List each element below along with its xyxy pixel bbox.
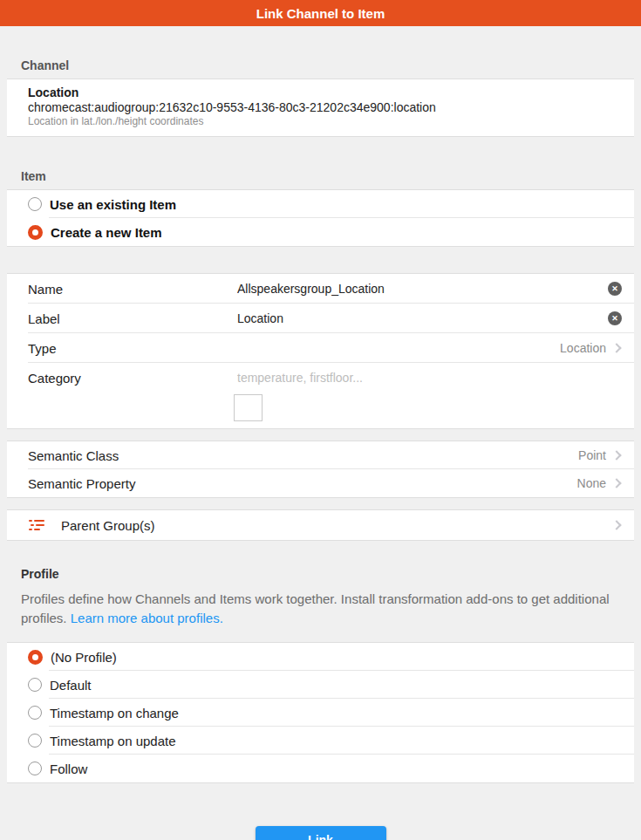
parent-groups-row[interactable]: Parent Group(s) [7,510,634,540]
semantic-property-row[interactable]: Semantic Property None [7,469,634,497]
type-value: Location [560,341,606,355]
label-label: Label [28,311,237,326]
radio-timestamp-on-update[interactable]: Timestamp on update [7,727,634,755]
profile-list: (No Profile) Default Timestamp on change… [7,642,634,783]
channel-name: Location [28,85,613,100]
item-section-title: Item [21,169,620,183]
profiles-doc-link[interactable]: Learn more about profiles. [71,611,223,625]
radio-unselected-icon[interactable] [28,197,42,211]
category-input[interactable] [237,371,622,385]
category-row: Category [7,363,634,428]
new-item-form: Name ✕ Label ✕ Type Location Category [7,273,634,429]
chevron-right-icon [611,450,621,460]
semantic-class-label: Semantic Class [28,448,237,463]
radio-label: Follow [50,761,87,776]
dialog-titlebar: Link Channel to Item [0,0,641,26]
name-row: Name ✕ [7,274,634,304]
channel-description: Location in lat./lon./height coordinates [28,115,613,128]
semantics-list: Semantic Class Point Semantic Property N… [7,440,634,498]
clear-label-icon[interactable]: ✕ [608,311,622,325]
radio-label: Timestamp on change [50,706,179,720]
radio-unselected-icon[interactable] [28,678,42,692]
parent-groups-card: Parent Group(s) [7,509,634,541]
radio-label: Timestamp on update [50,734,176,748]
radio-selected-icon[interactable] [28,650,43,665]
dialog-footer: Link [0,826,641,840]
parent-groups-label: Parent Group(s) [61,518,155,533]
chevron-right-icon [611,520,621,529]
dialog-title: Link Channel to Item [256,6,385,21]
name-label: Name [28,282,237,297]
type-row[interactable]: Type Location [7,333,634,363]
label-row: Label ✕ [7,304,634,333]
label-input[interactable] [237,311,608,325]
clear-name-icon[interactable]: ✕ [608,282,622,296]
radio-unselected-icon[interactable] [28,761,42,775]
radio-unselected-icon[interactable] [28,706,42,720]
list-indent-icon [28,517,45,533]
type-label: Type [28,341,237,356]
chevron-right-icon [611,343,621,352]
radio-label: (No Profile) [51,650,117,665]
semantic-property-label: Semantic Property [28,476,237,491]
link-button[interactable]: Link [256,826,386,840]
radio-follow-profile[interactable]: Follow [7,755,634,782]
radio-label: Default [50,678,92,693]
radio-label: Use an existing Item [50,197,176,212]
channel-section-title: Channel [21,58,620,72]
profile-description: Profiles define how Channels and Items w… [21,590,620,628]
radio-selected-icon[interactable] [28,225,43,240]
category-label: Category [28,371,237,386]
radio-no-profile[interactable]: (No Profile) [7,643,634,671]
radio-timestamp-on-change[interactable]: Timestamp on change [7,699,634,727]
category-icon-preview[interactable] [234,394,263,421]
semantic-class-value: Point [578,448,606,462]
chevron-right-icon [611,478,621,488]
semantic-class-row[interactable]: Semantic Class Point [7,441,634,469]
profile-section-title: Profile [21,567,620,581]
radio-use-existing-item[interactable]: Use an existing Item [7,190,634,218]
radio-unselected-icon[interactable] [28,734,42,748]
name-input[interactable] [237,282,608,296]
item-mode-list: Use an existing Item Create a new Item [7,189,634,247]
radio-label: Create a new Item [51,225,162,240]
semantic-property-value: None [577,476,606,490]
radio-create-new-item[interactable]: Create a new Item [7,218,634,246]
radio-default-profile[interactable]: Default [7,671,634,699]
channel-uid: chromecast:audiogroup:21632c10-9553-4136… [28,100,613,115]
channel-card: Location chromecast:audiogroup:21632c10-… [7,79,634,137]
